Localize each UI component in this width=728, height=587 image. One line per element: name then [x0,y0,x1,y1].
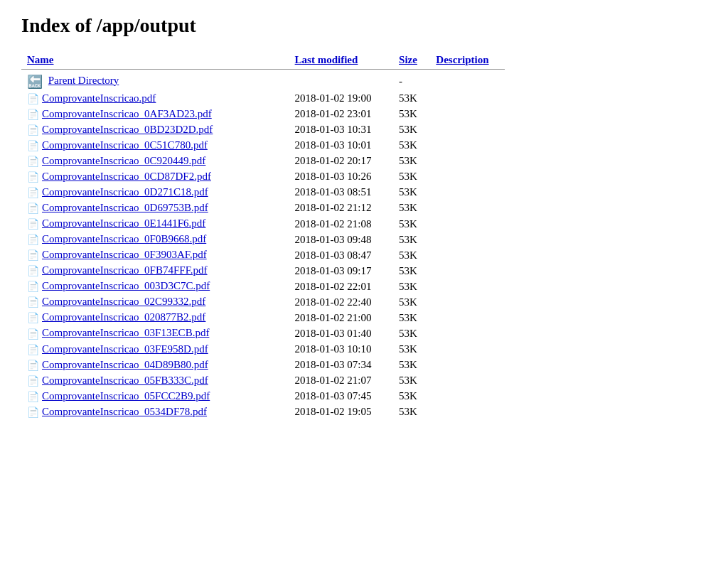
file-link[interactable]: ComprovanteInscricao_0F3903AF.pdf [42,249,207,260]
file-modified-cell: 2018-01-02 19:00 [289,91,393,107]
file-icon: 📄 [27,109,39,120]
file-size-cell: 53K [393,263,430,279]
file-link[interactable]: ComprovanteInscricao_0E1441F6.pdf [42,217,205,229]
file-size-cell: 53K [393,107,430,122]
file-size-cell: 53K [393,200,430,216]
file-icon: 📄 [27,376,39,387]
table-row: 📄ComprovanteInscricao_0534DF78.pdf2018-0… [21,404,505,420]
file-link[interactable]: ComprovanteInscricao_0C51C780.pdf [42,139,208,151]
file-desc-cell [430,154,505,169]
file-link[interactable]: ComprovanteInscricao_05FB333C.pdf [42,375,208,386]
file-name-cell: 📄ComprovanteInscricao_0C920449.pdf [21,154,289,169]
file-link[interactable]: ComprovanteInscricao_0BD23D2D.pdf [42,124,213,135]
file-icon: 📄 [27,360,39,371]
file-modified-cell: 2018-01-03 08:47 [289,247,393,263]
file-size-cell: 53K [393,169,430,185]
file-desc-cell [430,263,505,279]
file-link[interactable]: ComprovanteInscricao_03F13ECB.pdf [42,327,209,338]
file-link[interactable]: ComprovanteInscricao_03FE958D.pdf [42,343,208,355]
file-name-cell: 📄ComprovanteInscricao_02C99332.pdf [21,294,289,310]
file-desc-cell [430,169,505,185]
file-link[interactable]: ComprovanteInscricao_02C99332.pdf [42,296,205,307]
file-name-cell: 📄ComprovanteInscricao_04D89B80.pdf [21,357,289,373]
file-link[interactable]: ComprovanteInscricao_003D3C7C.pdf [42,280,210,291]
file-modified-cell: 2018-01-03 10:26 [289,169,393,185]
file-size-cell: 53K [393,373,430,389]
parent-name-cell: 🔙 Parent Directory [21,72,289,91]
file-listing-table: Name Last modified Size Description 🔙 Pa… [21,51,505,420]
table-row: 📄ComprovanteInscricao_0C920449.pdf2018-0… [21,154,505,169]
parent-directory-link[interactable]: Parent Directory [48,75,119,86]
table-row: 📄ComprovanteInscricao_02C99332.pdf2018-0… [21,294,505,310]
file-desc-cell [430,232,505,247]
file-name-cell: 📄ComprovanteInscricao_0FB74FFF.pdf [21,263,289,279]
file-desc-cell [430,389,505,404]
table-row: 📄ComprovanteInscricao_003D3C7C.pdf2018-0… [21,279,505,294]
file-link[interactable]: ComprovanteInscricao.pdf [42,92,156,104]
table-row: 📄ComprovanteInscricao.pdf2018-01-02 19:0… [21,91,505,107]
table-row: 📄ComprovanteInscricao_0CD87DF2.pdf2018-0… [21,169,505,185]
file-link[interactable]: ComprovanteInscricao_04D89B80.pdf [42,359,208,370]
file-size-cell: 53K [393,122,430,138]
table-row: 📄ComprovanteInscricao_0AF3AD23.pdf2018-0… [21,107,505,122]
file-name-cell: 📄ComprovanteInscricao_05FCC2B9.pdf [21,389,289,404]
file-icon: 📄 [27,141,39,151]
file-name-cell: 📄ComprovanteInscricao_0E1441F6.pdf [21,216,289,232]
file-size-cell: 53K [393,357,430,373]
file-name-cell: 📄ComprovanteInscricao_03F13ECB.pdf [21,325,289,341]
table-row: 📄ComprovanteInscricao_0C51C780.pdf2018-0… [21,138,505,154]
file-link[interactable]: ComprovanteInscricao_0CD87DF2.pdf [42,171,211,182]
file-link[interactable]: ComprovanteInscricao_0D69753B.pdf [42,202,208,213]
file-link[interactable]: ComprovanteInscricao_0534DF78.pdf [42,406,207,417]
file-modified-cell: 2018-01-02 22:40 [289,294,393,310]
file-icon: 📄 [27,345,39,355]
size-sort-link[interactable]: Size [399,54,417,65]
parent-size-cell: - [393,72,430,91]
file-size-cell: 53K [393,91,430,107]
table-row: 📄ComprovanteInscricao_05FCC2B9.pdf2018-0… [21,389,505,404]
parent-icon: 🔙 [27,75,43,89]
file-link[interactable]: ComprovanteInscricao_05FCC2B9.pdf [42,390,210,402]
file-link[interactable]: ComprovanteInscricao_0F0B9668.pdf [42,233,206,244]
file-link[interactable]: ComprovanteInscricao_0AF3AD23.pdf [42,108,212,119]
file-size-cell: 53K [393,154,430,169]
table-row: 📄ComprovanteInscricao_020877B2.pdf2018-0… [21,310,505,325]
file-modified-cell: 2018-01-02 19:05 [289,404,393,420]
file-desc-cell [430,247,505,263]
file-size-cell: 53K [393,279,430,294]
file-icon: 📄 [27,297,39,308]
file-link[interactable]: ComprovanteInscricao_0D271C18.pdf [42,186,208,198]
file-modified-cell: 2018-01-02 21:12 [289,200,393,216]
desc-sort-link[interactable]: Description [436,54,488,65]
file-size-cell: 53K [393,310,430,325]
file-link[interactable]: ComprovanteInscricao_0C920449.pdf [42,155,205,166]
file-link[interactable]: ComprovanteInscricao_0FB74FFF.pdf [42,264,208,276]
file-size-cell: 53K [393,185,430,200]
file-modified-cell: 2018-01-03 09:17 [289,263,393,279]
file-size-cell: 53K [393,325,430,341]
file-desc-cell [430,342,505,357]
name-sort-link[interactable]: Name [27,54,54,65]
file-link[interactable]: ComprovanteInscricao_020877B2.pdf [42,311,205,323]
file-desc-cell [430,325,505,341]
table-row: 📄ComprovanteInscricao_0D69753B.pdf2018-0… [21,200,505,216]
file-modified-cell: 2018-01-02 21:08 [289,216,393,232]
file-icon: 📄 [27,266,39,276]
table-row: 📄ComprovanteInscricao_0FB74FFF.pdf2018-0… [21,263,505,279]
file-size-cell: 53K [393,389,430,404]
file-desc-cell [430,294,505,310]
file-modified-cell: 2018-01-03 10:10 [289,342,393,357]
file-size-cell: 53K [393,404,430,420]
file-desc-cell [430,279,505,294]
file-icon: 📄 [27,313,39,323]
file-modified-cell: 2018-01-02 23:01 [289,107,393,122]
page-title: Index of /app/output [21,14,707,37]
file-modified-cell: 2018-01-03 10:01 [289,138,393,154]
file-icon: 📄 [27,203,39,214]
file-modified-cell: 2018-01-02 20:17 [289,154,393,169]
file-icon: 📄 [27,235,39,245]
file-icon: 📄 [27,219,39,230]
file-icon: 📄 [27,188,39,198]
file-modified-cell: 2018-01-02 21:00 [289,310,393,325]
modified-sort-link[interactable]: Last modified [295,54,358,65]
